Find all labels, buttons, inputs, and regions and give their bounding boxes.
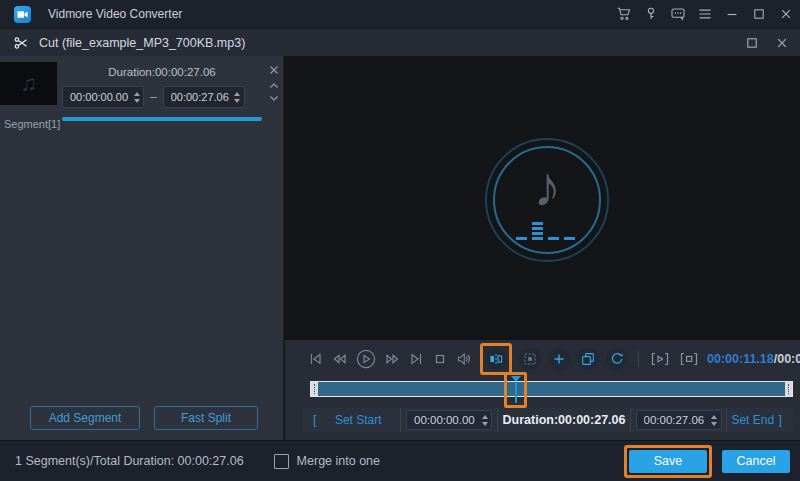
trim-start-handle[interactable] <box>311 382 318 396</box>
maximize-icon[interactable] <box>751 6 767 22</box>
end-bracket: ] <box>779 413 782 427</box>
dialog-maximize-icon[interactable] <box>744 35 760 51</box>
duration-label: Duration:00:00:27.06 <box>503 413 626 427</box>
copy-segment-icon[interactable] <box>577 348 599 370</box>
transport-bar: 00:00:11.18/00:00:27.06 <box>285 343 794 375</box>
segment-duration-label: Duration:00:00:27.06 <box>62 66 262 78</box>
playhead-line <box>515 382 517 403</box>
save-button[interactable]: Save <box>629 450 707 473</box>
set-end-section: Set End ] <box>726 408 793 432</box>
play-segment-icon[interactable] <box>649 351 671 367</box>
start-time-field[interactable] <box>406 410 492 430</box>
duration-section: Duration:00:00:27.06 <box>497 408 630 432</box>
audio-preview: ♪ <box>285 56 800 340</box>
play-icon[interactable] <box>355 348 377 370</box>
end-time-spinner[interactable] <box>708 415 721 426</box>
segment-edit-panel: Duration:00:00:27.06 – <box>62 60 262 121</box>
register-key-icon[interactable] <box>643 6 659 22</box>
merge-checkbox[interactable] <box>274 454 289 469</box>
range-separator: – <box>150 90 157 104</box>
stop-segment-icon[interactable] <box>678 351 700 367</box>
time-display: 00:00:11.18/00:00:27.06 <box>707 352 800 366</box>
save-button-highlight: Save <box>624 445 712 478</box>
segment-start-input[interactable] <box>63 91 130 103</box>
segment-range-bar[interactable] <box>62 117 262 121</box>
dialog-actions: Save Cancel <box>624 445 790 478</box>
cancel-button[interactable]: Cancel <box>722 450 790 473</box>
current-time: 00:00:11.18 <box>707 352 774 366</box>
split-icon-highlight <box>480 343 512 375</box>
cut-dialog-title: Cut (file_example_MP3_700KB.mp3) <box>39 36 245 50</box>
skip-start-icon[interactable] <box>307 351 324 367</box>
segment-sidebar: ♫ Segment[1] Duration:00:00:27.06 – <box>0 56 284 440</box>
segment-thumbnail[interactable]: ♫ <box>0 62 57 105</box>
segment-start-spinner[interactable] <box>130 92 143 103</box>
add-segment-button[interactable]: Add Segment <box>30 406 140 430</box>
equalizer-bars <box>516 222 575 240</box>
stop-icon[interactable] <box>432 351 448 367</box>
merge-label: Merge into one <box>297 454 380 468</box>
window-titlebar: Vidmore Video Converter <box>0 0 800 28</box>
total-time: 00:00:27.06 <box>777 352 800 366</box>
add-segment-icon[interactable] <box>548 348 570 370</box>
rewind-icon[interactable] <box>331 351 348 367</box>
status-bar: 1 Segment(s)/Total Duration: 00:00:27.06… <box>0 440 800 481</box>
cut-dialog-controls <box>744 35 790 51</box>
music-note-icon: ♪ <box>520 154 575 219</box>
playhead-highlight <box>504 372 527 408</box>
segment-end-spinner[interactable] <box>231 92 244 103</box>
split-icon[interactable] <box>485 348 507 370</box>
feedback-icon[interactable] <box>670 6 686 22</box>
minimize-icon[interactable] <box>724 6 740 22</box>
start-time-input[interactable] <box>407 414 478 426</box>
dialog-close-icon[interactable] <box>774 35 790 51</box>
scissors-icon <box>13 35 29 51</box>
fast-split-button[interactable]: Fast Split <box>154 406 258 430</box>
merge-option: Merge into one <box>274 454 380 469</box>
end-time-field[interactable] <box>636 410 722 430</box>
set-range-bar: [ Set Start Duration:00:00:27.06 Set End <box>302 408 793 432</box>
segment-start-time-field[interactable] <box>62 86 144 108</box>
end-time-input[interactable] <box>637 414 708 426</box>
set-start-button[interactable]: Set Start <box>316 413 400 427</box>
segment-label: Segment[1] <box>4 118 60 130</box>
trim-end-handle[interactable] <box>785 382 792 396</box>
move-segment-down-icon[interactable] <box>268 94 280 104</box>
skip-end-icon[interactable] <box>408 351 425 367</box>
transport-separator <box>638 351 639 367</box>
set-end-button[interactable]: Set End <box>727 413 779 427</box>
menu-icon[interactable] <box>697 6 713 22</box>
timeline[interactable] <box>310 381 793 397</box>
playback-controls-panel: 00:00:11.18/00:00:27.06 [ Set Start <box>285 340 800 440</box>
segment-end-time-field[interactable] <box>163 86 245 108</box>
end-time-section <box>630 408 726 432</box>
forward-icon[interactable] <box>384 351 401 367</box>
segment-item-controls <box>268 64 280 104</box>
cart-icon[interactable] <box>616 6 632 22</box>
thumbnail-note-icon: ♫ <box>20 71 37 97</box>
close-icon[interactable] <box>778 6 794 22</box>
sidebar-buttons: Add Segment Fast Split <box>0 396 283 440</box>
set-start-section: [ Set Start <box>302 408 400 432</box>
segments-summary: 1 Segment(s)/Total Duration: 00:00:27.06 <box>15 454 244 468</box>
start-time-section <box>400 408 497 432</box>
move-segment-up-icon[interactable] <box>268 80 280 90</box>
titlebar-icons <box>616 6 794 22</box>
main-content: ♪ <box>285 56 800 440</box>
start-time-spinner[interactable] <box>478 415 491 426</box>
app-logo-icon <box>14 6 31 23</box>
cut-dialog-titlebar: Cut (file_example_MP3_700KB.mp3) <box>0 28 800 56</box>
volume-icon[interactable] <box>455 351 473 367</box>
reset-icon[interactable] <box>606 348 628 370</box>
keyframe-icon[interactable] <box>519 348 541 370</box>
window-title: Vidmore Video Converter <box>48 7 182 21</box>
delete-segment-icon[interactable] <box>268 64 280 76</box>
segment-end-input[interactable] <box>164 91 231 103</box>
